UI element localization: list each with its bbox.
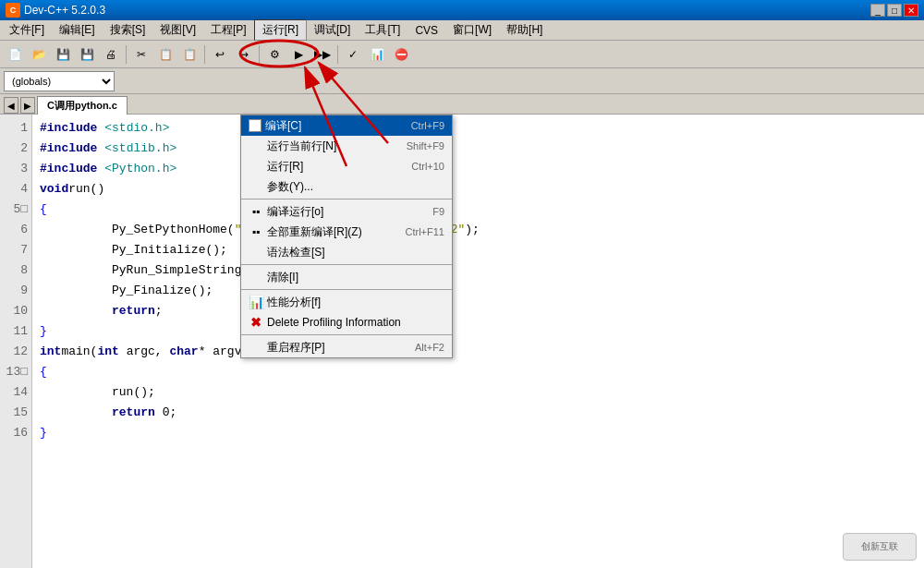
globals-bar: (globals) — [0, 68, 924, 94]
tab-scroll-right[interactable]: ▶ — [20, 97, 35, 114]
ctx-delete-icon: ✖ — [249, 315, 263, 330]
tab-label: C调用python.c — [47, 99, 117, 113]
ctx-delete-profiling[interactable]: ✖ Delete Profiling Information — [241, 312, 452, 332]
ctx-sep-3 — [241, 289, 452, 290]
line-num-6: 6 — [4, 220, 28, 240]
ctx-restart-icon — [249, 340, 263, 355]
code-line-13: { — [40, 362, 917, 382]
ctx-rebuild-label: 全部重新编译[R](Z) — [267, 224, 402, 240]
redo-button[interactable]: ↪ — [233, 44, 255, 65]
minimize-button[interactable]: _ — [870, 4, 885, 17]
compile-button[interactable]: ⚙ — [263, 44, 286, 65]
ctx-restart-shortcut: Alt+F2 — [415, 342, 444, 353]
toolbar-separator-3 — [259, 45, 260, 64]
ctx-clean-label: 清除[I] — [267, 270, 444, 285]
check-button[interactable]: ✓ — [342, 44, 364, 65]
compile-run-button[interactable]: ▶▶ — [311, 44, 334, 65]
ctx-restart[interactable]: 重启程序[P] Alt+F2 — [241, 337, 452, 357]
ctx-params-label: 参数(Y)... — [267, 179, 444, 195]
watermark: 创新互联 — [843, 533, 917, 561]
menu-tools[interactable]: 工具[T] — [358, 20, 407, 40]
code-line-3: #include <Python.h> — [40, 159, 917, 179]
line-num-1: 1 — [4, 118, 28, 139]
code-line-11: } — [40, 321, 917, 342]
code-line-7: Py_Initialize(); — [40, 240, 917, 260]
ctx-sep-2 — [241, 264, 452, 265]
save-button[interactable]: 💾 — [52, 44, 74, 65]
code-editor[interactable]: #include <stdio.h> #include <stdlib.h> #… — [32, 115, 924, 568]
undo-button[interactable]: ↩ — [209, 44, 231, 65]
stop-button[interactable]: ⛔ — [390, 44, 412, 65]
chart-button[interactable]: 📊 — [366, 44, 388, 65]
ctx-syntax-label: 语法检查[S] — [267, 245, 444, 260]
ctx-run-line-label: 运行当前行[N] — [267, 139, 403, 154]
code-line-2: #include <stdlib.h> — [40, 139, 917, 159]
ctx-compile-shortcut: Ctrl+F9 — [411, 120, 444, 131]
paste-button[interactable]: 📋 — [178, 44, 201, 65]
ctx-params-icon — [249, 179, 263, 194]
ctx-restart-label: 重启程序[P] — [267, 340, 411, 356]
app-icon: C — [6, 3, 20, 18]
code-line-14: run(); — [40, 382, 917, 403]
code-line-12: int main(int argc, char* argv[]) — [40, 342, 917, 362]
menu-file[interactable]: 文件[F] — [2, 20, 52, 40]
menu-run[interactable]: 运行[R] — [254, 19, 307, 41]
ctx-run-icon — [249, 159, 263, 174]
ctx-sep-4 — [241, 334, 452, 335]
maximize-button[interactable]: □ — [887, 4, 902, 17]
ctx-perf-icon: 📊 — [249, 295, 263, 309]
ctx-compile-run-label: 编译运行[o] — [267, 204, 429, 220]
watermark-text: 创新互联 — [861, 540, 898, 553]
line-num-7: 7 — [4, 240, 28, 260]
line-num-12: 12 — [4, 342, 28, 362]
menu-project[interactable]: 工程[P] — [203, 20, 254, 40]
ctx-sep-1 — [241, 199, 452, 199]
ctx-rebuild[interactable]: ▪▪ 全部重新编译[R](Z) Ctrl+F11 — [241, 222, 452, 242]
menu-cvs[interactable]: CVS — [407, 22, 445, 39]
ctx-delete-profiling-label: Delete Profiling Information — [267, 316, 444, 329]
ctx-run-shortcut: Ctrl+10 — [411, 161, 444, 172]
ctx-params[interactable]: 参数(Y)... — [241, 176, 452, 197]
line-num-14: 14 — [4, 382, 28, 403]
cut-button[interactable]: ✂ — [130, 44, 152, 65]
ctx-perf[interactable]: 📊 性能分析[f] — [241, 292, 452, 312]
new-button[interactable]: 📄 — [4, 44, 26, 65]
ctx-run-line[interactable]: 运行当前行[N] Shift+F9 — [241, 136, 452, 156]
menu-view[interactable]: 视图[V] — [152, 20, 203, 40]
close-button[interactable]: ✕ — [904, 4, 918, 17]
toolbar-separator-4 — [337, 45, 338, 64]
ctx-rebuild-shortcut: Ctrl+F11 — [406, 226, 445, 237]
line-num-13: 13□ — [4, 362, 28, 382]
print-button[interactable]: 🖨 — [100, 44, 122, 65]
toolbar: 📄 📂 💾 💾 🖨 ✂ 📋 📋 ↩ ↪ ⚙ ▶ ▶▶ ✓ 📊 ⛔ — [0, 41, 924, 68]
code-line-10: return; — [40, 301, 917, 321]
ctx-run[interactable]: 运行[R] Ctrl+10 — [241, 156, 452, 176]
menu-edit[interactable]: 编辑[E] — [52, 20, 103, 40]
tab-c-file[interactable]: C调用python.c — [37, 96, 128, 115]
ctx-compile[interactable]: ☑ 编译[C] Ctrl+F9 — [241, 115, 452, 136]
save-all-button[interactable]: 💾 — [76, 44, 98, 65]
ctx-compile-run[interactable]: ▪▪ 编译运行[o] F9 — [241, 201, 452, 222]
menu-window[interactable]: 窗口[W] — [445, 20, 499, 40]
code-line-6: Py_SetPythonHome("C:\Programs\Python\Pyt… — [40, 220, 917, 240]
ctx-syntax[interactable]: 语法检查[S] — [241, 242, 452, 262]
ctx-run-line-icon — [249, 139, 263, 153]
copy-button[interactable]: 📋 — [154, 44, 176, 65]
tab-scroll-left[interactable]: ◀ — [4, 97, 18, 114]
open-button[interactable]: 📂 — [28, 44, 50, 65]
editor-container: 1 2 3 4 5□ 6 7 8 9 10 11 12 13□ 14 15 16… — [0, 115, 924, 568]
ctx-clean[interactable]: 清除[I] — [241, 267, 452, 287]
menu-help[interactable]: 帮助[H] — [499, 20, 550, 40]
code-line-4: void run() — [40, 179, 917, 199]
run-button[interactable]: ▶ — [287, 44, 310, 65]
menu-search[interactable]: 搜索[S] — [103, 20, 153, 40]
globals-select[interactable]: (globals) — [4, 71, 115, 91]
line-num-15: 15 — [4, 403, 28, 423]
toolbar-separator-1 — [126, 45, 127, 64]
ctx-run-label: 运行[R] — [267, 159, 407, 175]
line-num-4: 4 — [4, 179, 28, 199]
window-controls: _ □ ✕ — [870, 4, 918, 17]
line-num-5: 5□ — [4, 199, 28, 220]
line-numbers: 1 2 3 4 5□ 6 7 8 9 10 11 12 13□ 14 15 16 — [0, 115, 32, 568]
menu-debug[interactable]: 调试[D] — [307, 20, 358, 40]
